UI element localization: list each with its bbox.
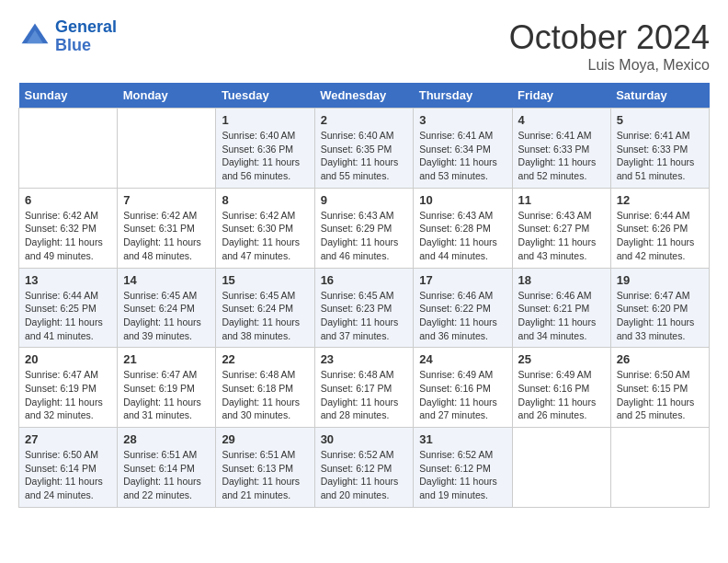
header-day: Friday bbox=[512, 83, 610, 109]
title-block: October 2024 Luis Moya, Mexico bbox=[509, 18, 710, 74]
logo: General Blue bbox=[18, 18, 117, 55]
calendar-table: SundayMondayTuesdayWednesdayThursdayFrid… bbox=[18, 83, 710, 508]
logo-text: General Blue bbox=[55, 18, 117, 55]
calendar-cell bbox=[610, 428, 709, 508]
day-number: 15 bbox=[222, 273, 308, 287]
day-info: Sunrise: 6:41 AMSunset: 6:33 PMDaylight:… bbox=[518, 129, 605, 183]
day-number: 4 bbox=[518, 113, 605, 127]
day-info: Sunrise: 6:43 AMSunset: 6:27 PMDaylight:… bbox=[518, 209, 605, 263]
day-info: Sunrise: 6:42 AMSunset: 6:30 PMDaylight:… bbox=[222, 209, 308, 263]
day-number: 9 bbox=[321, 193, 408, 207]
day-number: 19 bbox=[617, 273, 703, 287]
calendar-cell: 26 Sunrise: 6:50 AMSunset: 6:15 PMDaylig… bbox=[610, 348, 709, 428]
calendar-cell: 1 Sunrise: 6:40 AMSunset: 6:36 PMDayligh… bbox=[216, 109, 314, 189]
calendar-week-row: 27 Sunrise: 6:50 AMSunset: 6:14 PMDaylig… bbox=[19, 428, 710, 508]
calendar-cell: 16 Sunrise: 6:45 AMSunset: 6:23 PMDaylig… bbox=[314, 268, 414, 348]
calendar-cell: 30 Sunrise: 6:52 AMSunset: 6:12 PMDaylig… bbox=[314, 428, 414, 508]
calendar-cell: 28 Sunrise: 6:51 AMSunset: 6:14 PMDaylig… bbox=[118, 428, 216, 508]
calendar-week-row: 13 Sunrise: 6:44 AMSunset: 6:25 PMDaylig… bbox=[19, 268, 710, 348]
day-number: 17 bbox=[419, 273, 506, 287]
calendar-cell: 2 Sunrise: 6:40 AMSunset: 6:35 PMDayligh… bbox=[314, 109, 414, 189]
day-number: 7 bbox=[123, 193, 210, 207]
calendar-cell bbox=[19, 109, 118, 189]
day-info: Sunrise: 6:51 AMSunset: 6:13 PMDaylight:… bbox=[222, 448, 308, 502]
calendar-cell: 14 Sunrise: 6:45 AMSunset: 6:24 PMDaylig… bbox=[118, 268, 216, 348]
calendar-cell: 3 Sunrise: 6:41 AMSunset: 6:34 PMDayligh… bbox=[414, 109, 512, 189]
day-number: 12 bbox=[617, 193, 703, 207]
calendar-cell: 27 Sunrise: 6:50 AMSunset: 6:14 PMDaylig… bbox=[19, 428, 118, 508]
calendar-cell: 17 Sunrise: 6:46 AMSunset: 6:22 PMDaylig… bbox=[414, 268, 512, 348]
calendar-cell: 25 Sunrise: 6:49 AMSunset: 6:16 PMDaylig… bbox=[512, 348, 610, 428]
day-number: 31 bbox=[419, 432, 506, 446]
day-number: 2 bbox=[321, 113, 408, 127]
day-number: 30 bbox=[321, 432, 408, 446]
header-day: Tuesday bbox=[216, 83, 314, 109]
day-number: 24 bbox=[419, 352, 506, 366]
day-info: Sunrise: 6:45 AMSunset: 6:24 PMDaylight:… bbox=[123, 289, 210, 343]
calendar-cell: 24 Sunrise: 6:49 AMSunset: 6:16 PMDaylig… bbox=[414, 348, 512, 428]
logo-icon bbox=[18, 20, 51, 53]
day-number: 29 bbox=[222, 432, 308, 446]
calendar-cell bbox=[118, 109, 216, 189]
calendar-cell: 5 Sunrise: 6:41 AMSunset: 6:33 PMDayligh… bbox=[610, 109, 709, 189]
calendar-cell: 12 Sunrise: 6:44 AMSunset: 6:26 PMDaylig… bbox=[610, 188, 709, 268]
day-number: 27 bbox=[25, 432, 111, 446]
calendar-cell: 4 Sunrise: 6:41 AMSunset: 6:33 PMDayligh… bbox=[512, 109, 610, 189]
calendar-cell: 6 Sunrise: 6:42 AMSunset: 6:32 PMDayligh… bbox=[19, 188, 118, 268]
day-number: 10 bbox=[419, 193, 506, 207]
day-number: 22 bbox=[222, 352, 308, 366]
day-number: 16 bbox=[321, 273, 408, 287]
calendar-cell: 10 Sunrise: 6:43 AMSunset: 6:28 PMDaylig… bbox=[414, 188, 512, 268]
day-number: 14 bbox=[123, 273, 210, 287]
logo-line1: General bbox=[55, 17, 117, 36]
day-number: 28 bbox=[123, 432, 210, 446]
day-info: Sunrise: 6:41 AMSunset: 6:33 PMDaylight:… bbox=[617, 129, 703, 183]
calendar-cell: 22 Sunrise: 6:48 AMSunset: 6:18 PMDaylig… bbox=[216, 348, 314, 428]
calendar-cell: 20 Sunrise: 6:47 AMSunset: 6:19 PMDaylig… bbox=[19, 348, 118, 428]
calendar-cell: 18 Sunrise: 6:46 AMSunset: 6:21 PMDaylig… bbox=[512, 268, 610, 348]
day-number: 21 bbox=[123, 352, 210, 366]
calendar-cell: 7 Sunrise: 6:42 AMSunset: 6:31 PMDayligh… bbox=[118, 188, 216, 268]
day-info: Sunrise: 6:49 AMSunset: 6:16 PMDaylight:… bbox=[518, 368, 605, 422]
day-info: Sunrise: 6:45 AMSunset: 6:24 PMDaylight:… bbox=[222, 289, 308, 343]
calendar-cell: 19 Sunrise: 6:47 AMSunset: 6:20 PMDaylig… bbox=[610, 268, 709, 348]
calendar-cell: 31 Sunrise: 6:52 AMSunset: 6:12 PMDaylig… bbox=[414, 428, 512, 508]
location: Luis Moya, Mexico bbox=[509, 57, 710, 74]
day-number: 25 bbox=[518, 352, 605, 366]
day-info: Sunrise: 6:52 AMSunset: 6:12 PMDaylight:… bbox=[321, 448, 408, 502]
header-day: Sunday bbox=[19, 83, 118, 109]
day-number: 3 bbox=[419, 113, 506, 127]
calendar-cell: 13 Sunrise: 6:44 AMSunset: 6:25 PMDaylig… bbox=[19, 268, 118, 348]
day-number: 6 bbox=[25, 193, 111, 207]
day-number: 13 bbox=[25, 273, 111, 287]
day-info: Sunrise: 6:44 AMSunset: 6:26 PMDaylight:… bbox=[617, 209, 703, 263]
day-info: Sunrise: 6:42 AMSunset: 6:32 PMDaylight:… bbox=[25, 209, 111, 263]
calendar-week-row: 20 Sunrise: 6:47 AMSunset: 6:19 PMDaylig… bbox=[19, 348, 710, 428]
calendar-cell: 9 Sunrise: 6:43 AMSunset: 6:29 PMDayligh… bbox=[314, 188, 414, 268]
day-info: Sunrise: 6:40 AMSunset: 6:35 PMDaylight:… bbox=[321, 129, 408, 183]
calendar-week-row: 6 Sunrise: 6:42 AMSunset: 6:32 PMDayligh… bbox=[19, 188, 710, 268]
day-info: Sunrise: 6:50 AMSunset: 6:15 PMDaylight:… bbox=[617, 368, 703, 422]
day-info: Sunrise: 6:50 AMSunset: 6:14 PMDaylight:… bbox=[25, 448, 111, 502]
day-number: 26 bbox=[617, 352, 703, 366]
day-info: Sunrise: 6:42 AMSunset: 6:31 PMDaylight:… bbox=[123, 209, 210, 263]
day-info: Sunrise: 6:48 AMSunset: 6:18 PMDaylight:… bbox=[222, 368, 308, 422]
day-number: 1 bbox=[222, 113, 308, 127]
calendar-cell: 29 Sunrise: 6:51 AMSunset: 6:13 PMDaylig… bbox=[216, 428, 314, 508]
calendar-cell: 8 Sunrise: 6:42 AMSunset: 6:30 PMDayligh… bbox=[216, 188, 314, 268]
day-info: Sunrise: 6:47 AMSunset: 6:20 PMDaylight:… bbox=[617, 289, 703, 343]
day-info: Sunrise: 6:51 AMSunset: 6:14 PMDaylight:… bbox=[123, 448, 210, 502]
day-info: Sunrise: 6:47 AMSunset: 6:19 PMDaylight:… bbox=[123, 368, 210, 422]
calendar-cell: 11 Sunrise: 6:43 AMSunset: 6:27 PMDaylig… bbox=[512, 188, 610, 268]
logo-line2: Blue bbox=[55, 36, 91, 54]
day-info: Sunrise: 6:43 AMSunset: 6:29 PMDaylight:… bbox=[321, 209, 408, 263]
day-info: Sunrise: 6:49 AMSunset: 6:16 PMDaylight:… bbox=[419, 368, 506, 422]
day-info: Sunrise: 6:52 AMSunset: 6:12 PMDaylight:… bbox=[419, 448, 506, 502]
day-number: 20 bbox=[25, 352, 111, 366]
day-info: Sunrise: 6:41 AMSunset: 6:34 PMDaylight:… bbox=[419, 129, 506, 183]
day-number: 18 bbox=[518, 273, 605, 287]
day-info: Sunrise: 6:44 AMSunset: 6:25 PMDaylight:… bbox=[25, 289, 111, 343]
month-title: October 2024 bbox=[509, 18, 710, 57]
day-number: 8 bbox=[222, 193, 308, 207]
calendar-week-row: 1 Sunrise: 6:40 AMSunset: 6:36 PMDayligh… bbox=[19, 109, 710, 189]
